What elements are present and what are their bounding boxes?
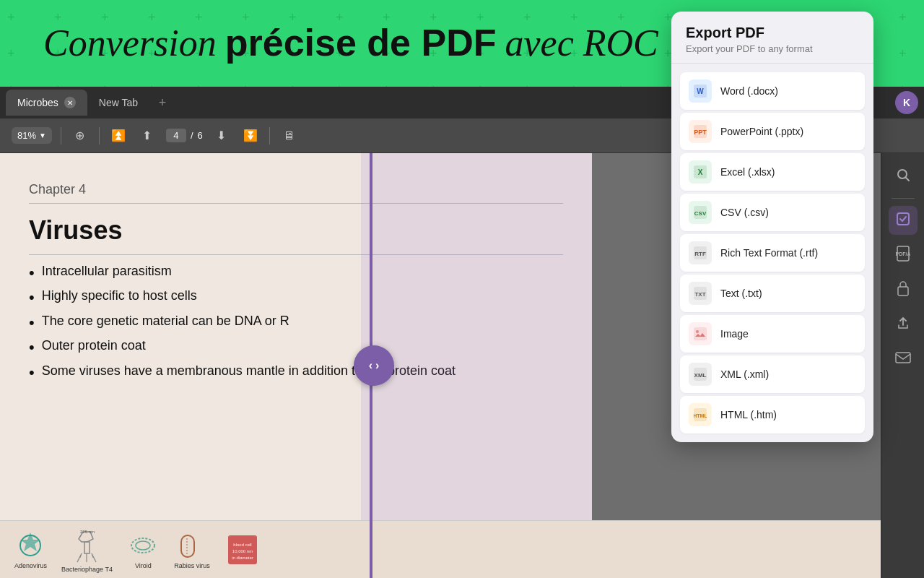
tab-microbes-close[interactable]: ✕ [64,97,76,108]
banner-text: Conversion précise de PDF avec ROC [43,18,731,69]
ppt-icon: PPT [689,120,712,143]
bullet-list: Intracellular parasitism Highly specific… [29,261,563,385]
svg-point-12 [136,541,150,550]
export-rtf-button[interactable]: RTF Rich Text Format (.rtf) [680,234,865,272]
export-txt-button[interactable]: TXT Text (.txt) [680,275,865,312]
nav-right-arrow: › [375,359,379,372]
svg-text:10,000 nm: 10,000 nm [232,549,253,553]
svg-rect-25 [896,353,910,363]
page-input[interactable] [166,129,186,142]
next-bottom-button[interactable]: ⏬ [240,126,261,146]
txt-icon: TXT [689,282,712,305]
export-html-button[interactable]: HTML HTML (.htm) [680,396,865,434]
svg-rect-38 [694,327,707,340]
svg-rect-21 [897,213,909,225]
banner-bold: précise de PDF [225,22,497,64]
right-sidebar: PDF/A [881,153,924,578]
word-icon: W [689,79,712,103]
search-icon [896,168,910,186]
pdf-page: Chapter 4 Viruses Intracellular parasiti… [0,153,592,578]
export-ppt-button[interactable]: PPT PowerPoint (.pptx) [680,113,865,150]
tab-new-label: New Tab [99,97,138,108]
protect-sidebar-button[interactable] [889,275,918,304]
total-pages: 6 [198,130,203,141]
banner-cursive-2: avec ROC [505,22,658,64]
html-icon: HTML [689,403,712,426]
mail-icon [895,351,911,368]
export-image-button[interactable]: Image [680,315,865,353]
adenovirus-illustration: Adenovirus [14,530,47,569]
pdfa-sidebar-button[interactable]: PDF/A [889,241,918,269]
convert-icon [895,211,911,230]
export-xml-button[interactable]: XML XML (.xml) [680,355,865,393]
prev-button[interactable]: ⬆ [137,126,157,146]
xml-icon: XML [689,363,712,386]
svg-text:TXT: TXT [694,291,705,298]
rtf-icon: RTF [689,241,712,264]
section-divider-top [29,203,563,204]
mail-sidebar-button[interactable] [889,345,918,374]
bacteriophage-illustration: 225 nm Bacteriophage T4 [61,526,113,573]
export-subtitle: Export your PDF to any format [686,43,859,54]
prev-top-button[interactable]: ⏫ [108,126,128,146]
upload-icon [896,315,910,335]
svg-text:225 nm: 225 nm [80,530,95,534]
export-divider [671,63,873,64]
section-title: Viruses [29,215,563,246]
svg-text:XML: XML [694,372,707,379]
section-divider-bottom [29,254,563,255]
export-ppt-label: PowerPoint (.pptx) [720,126,803,137]
svg-text:W: W [697,87,704,95]
export-excel-button[interactable]: X Excel (.xlsx) [680,153,865,191]
export-panel: Export PDF Export your PDF to any format… [671,12,873,442]
share-sidebar-button[interactable] [889,310,918,339]
pdfa-icon: PDF/A [896,246,910,265]
zoom-in-button[interactable]: ⊕ [70,126,90,146]
avatar[interactable]: K [895,91,918,114]
export-word-label: Word (.docx) [720,85,778,97]
tab-microbes[interactable]: Microbes ✕ [6,90,87,116]
blood-cell-illustration: blood cell 10,000 nm in diameter [225,532,261,568]
export-csv-label: CSV (.csv) [720,207,769,218]
page-separator: / [191,130,193,141]
pdf-illustrations: Adenovirus 225 nm Bacteriophage T4 [0,520,881,578]
svg-text:CSV: CSV [694,210,707,217]
tab-microbes-label: Microbes [17,97,58,108]
export-word-button[interactable]: W Word (.docx) [680,72,865,110]
bullet-item-2: Highly specific to host cells [29,285,563,310]
chapter-label: Chapter 4 [29,175,563,197]
export-excel-label: Excel (.xlsx) [720,166,775,178]
toolbar-separator-1 [61,127,61,144]
svg-rect-24 [898,287,908,296]
zoom-control[interactable]: 81% ▼ [12,127,52,144]
export-title: Export PDF [686,25,859,41]
toolbar-separator-3 [269,127,270,144]
viroid-illustration: Viroid [127,530,160,569]
search-sidebar-button[interactable] [889,162,918,191]
svg-marker-2 [20,532,40,551]
nav-arrows-button[interactable]: ‹ › [354,345,394,386]
svg-text:in diameter: in diameter [232,556,253,560]
page-control: / 6 [166,129,203,142]
svg-line-20 [905,177,909,181]
svg-text:HTML: HTML [694,413,707,418]
toolbar-separator-2 [99,127,100,144]
new-tab-button[interactable]: + [152,92,173,113]
export-csv-button[interactable]: CSV CSV (.csv) [680,194,865,231]
fit-button[interactable]: 🖥 [279,126,299,146]
next-button[interactable]: ⬇ [212,126,232,146]
lock-icon [897,280,910,300]
svg-point-11 [131,538,154,553]
tab-new[interactable]: New Tab [87,90,149,116]
export-rtf-label: Rich Text Format (.rtf) [720,247,818,259]
csv-icon: CSV [689,201,712,224]
rabies-illustration: Rabies virus [174,530,210,569]
export-txt-label: Text (.txt) [720,288,762,299]
svg-text:PPT: PPT [694,129,707,136]
export-header: Export PDF Export your PDF to any format [671,12,873,63]
zoom-value: 81% [17,130,36,141]
export-list: W Word (.docx) PPT PowerPoint (.pptx) X … [671,69,873,442]
bullet-item-3: The core genetic material can be DNA or … [29,311,563,335]
svg-rect-13 [181,535,194,557]
convert-sidebar-button[interactable] [889,206,918,235]
